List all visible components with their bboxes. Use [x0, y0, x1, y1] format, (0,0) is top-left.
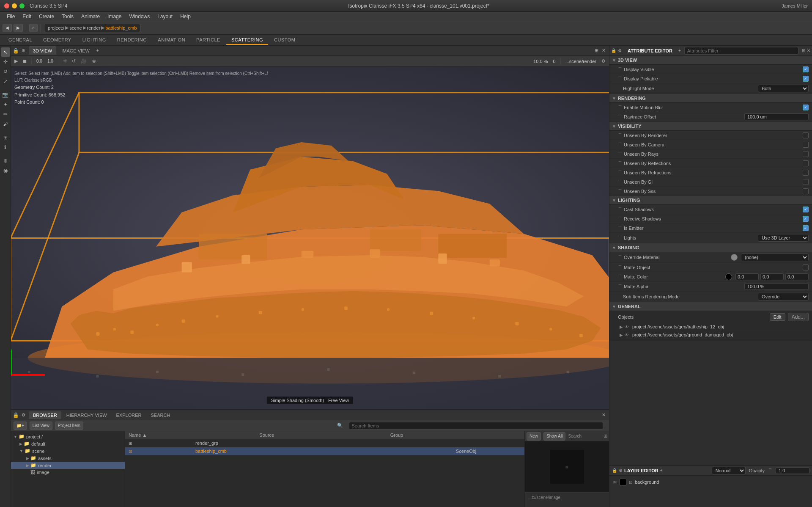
cb-unseen-gi[interactable]: [803, 179, 809, 185]
menu-help[interactable]: Help: [177, 13, 194, 20]
link-icon-ur[interactable]: ⌒: [618, 132, 622, 138]
vt-eye[interactable]: 👁: [90, 58, 98, 65]
input-matte-alpha[interactable]: [744, 283, 809, 290]
browser-list-view[interactable]: List View: [30, 422, 52, 430]
vt-btn-1[interactable]: ▶: [13, 58, 19, 65]
vt-frame[interactable]: 0: [551, 58, 557, 65]
attr-close-icon[interactable]: ✕: [807, 48, 810, 53]
section-lighting[interactable]: ▼ LIGHTING: [609, 196, 812, 205]
tool-scale[interactable]: ⤢: [1, 77, 10, 86]
vt-rotate[interactable]: ↺: [70, 58, 77, 65]
cb-is-emitter[interactable]: ✓: [803, 225, 809, 231]
settings-icon[interactable]: ⚙: [22, 48, 25, 53]
vt-scale[interactable]: 1.0: [46, 58, 55, 64]
tab-custom[interactable]: CUSTOM: [269, 36, 300, 45]
browser-showall-btn[interactable]: Show All: [543, 432, 565, 441]
link-icon-usss[interactable]: ⌒: [618, 188, 622, 194]
view-layout-icon[interactable]: ⊞: [595, 48, 598, 53]
tab-explorer[interactable]: EXPLORER: [112, 411, 146, 419]
tool-move[interactable]: ✛: [1, 57, 10, 66]
tab-animation[interactable]: ANIMATION: [153, 36, 190, 45]
toolbar-back[interactable]: ◀: [3, 24, 12, 32]
menu-create[interactable]: Create: [36, 13, 58, 20]
menu-layout[interactable]: Layout: [154, 13, 176, 20]
cb-unseen-renderer[interactable]: [803, 132, 809, 138]
view-close-icon[interactable]: ✕: [602, 48, 606, 53]
cb-unseen-camera[interactable]: [803, 142, 809, 148]
link-icon-ie[interactable]: ⌒: [618, 225, 622, 231]
menu-tools[interactable]: Tools: [58, 13, 77, 20]
browser-new-folder[interactable]: 📁+: [14, 422, 27, 430]
matte-g[interactable]: [760, 273, 784, 280]
tool-camera[interactable]: 📷: [1, 90, 10, 99]
color-swatch-mc[interactable]: [725, 273, 732, 280]
browser-filter-type[interactable]: Project Item: [55, 422, 83, 430]
link-icon-dv[interactable]: ⌒: [618, 66, 622, 72]
tool-info[interactable]: ℹ: [1, 143, 10, 152]
tab-hierarchy[interactable]: HIERARCHY VIEW: [62, 411, 111, 419]
attr-editor-tab[interactable]: ATTRIBUTE EDITOR: [623, 47, 677, 55]
link-icon-rs[interactable]: ⌒: [618, 216, 622, 222]
menu-edit[interactable]: Edit: [19, 13, 35, 20]
vt-settings[interactable]: ⚙: [600, 58, 607, 65]
tab-search[interactable]: SEARCH: [147, 411, 175, 419]
browser-new-btn[interactable]: New: [527, 432, 541, 441]
vt-scene-path[interactable]: ...scene/render: [564, 58, 598, 65]
browser-layout-icon[interactable]: ⊞: [604, 433, 607, 439]
tab-browser[interactable]: BROWSER: [29, 411, 61, 419]
matte-b[interactable]: [785, 273, 809, 280]
layer-color-swatch[interactable]: [620, 479, 626, 485]
cb-matte-object[interactable]: [803, 265, 809, 270]
input-raytrace-offset[interactable]: [744, 113, 809, 120]
tab-particle[interactable]: PARTICLE: [191, 36, 225, 45]
tree-default[interactable]: ▶ 📁 default: [11, 440, 125, 447]
tree-render[interactable]: ▶ 📁 render: [11, 462, 125, 469]
tool-snap[interactable]: ⊕: [1, 156, 10, 165]
layer-settings-icon[interactable]: ⚙: [619, 468, 623, 473]
layer-row-background[interactable]: 👁 ⊡ background: [613, 477, 809, 487]
tree-image[interactable]: ▶ 🖼 image: [11, 469, 125, 476]
cb-motion-blur[interactable]: ✓: [803, 105, 809, 110]
toolbar-forward[interactable]: ▶: [14, 24, 23, 32]
minimize-button[interactable]: [12, 3, 17, 8]
tool-light[interactable]: ✦: [1, 100, 10, 109]
browser-settings-icon[interactable]: ⚙: [22, 413, 25, 417]
tab-general[interactable]: GENERAL: [3, 36, 37, 45]
attr-layout-icon[interactable]: ⊞: [802, 48, 805, 53]
layer-visible-icon[interactable]: 👁: [613, 480, 617, 485]
tool-grid[interactable]: ⊞: [1, 133, 10, 142]
section-shading[interactable]: ▼ SHADING: [609, 243, 812, 252]
cb-unseen-sss[interactable]: [803, 188, 809, 194]
attr-search-input[interactable]: [684, 47, 798, 55]
select-highlight-mode[interactable]: Both Bounding Box Shading: [758, 85, 809, 92]
section-3d-view[interactable]: ▼ 3D VIEW: [609, 56, 812, 65]
link-icon-om[interactable]: ⌒: [618, 254, 622, 260]
vt-zoom[interactable]: 10.0 %: [532, 58, 549, 65]
color-swatch-om[interactable]: [731, 254, 738, 261]
cb-unseen-reflections[interactable]: [803, 160, 809, 166]
opacity-input[interactable]: [776, 467, 809, 474]
menu-animate[interactable]: Animate: [78, 13, 103, 20]
file-row-battleship[interactable]: ⊡ battleship_cmb SceneObj: [125, 447, 524, 455]
link-icon-mo[interactable]: ⌒: [618, 265, 622, 270]
path-bar[interactable]: project:/ ▶ scene ▶ render ▶ battleship_…: [44, 24, 140, 32]
object-row-2[interactable]: ▶ 👁 project://scene/assets/geo/ground_da…: [618, 331, 809, 339]
add-view-icon[interactable]: +: [96, 48, 99, 53]
link-icon-ro[interactable]: ⌒: [618, 114, 622, 120]
toolbar-home[interactable]: ⌂: [29, 24, 38, 32]
link-icon-dp[interactable]: ⌒: [618, 76, 622, 82]
matte-r[interactable]: [735, 273, 759, 280]
close-button[interactable]: [4, 3, 9, 8]
layer-add-icon[interactable]: +: [660, 468, 663, 473]
vt-move[interactable]: ✛: [61, 58, 69, 65]
attr-settings-icon[interactable]: ⚙: [618, 48, 622, 53]
menu-image[interactable]: Image: [104, 13, 125, 20]
vt-position[interactable]: 0.0: [35, 58, 44, 64]
select-lights[interactable]: Use 3D Layer: [758, 234, 809, 242]
tree-scene[interactable]: ▼ 📁 scene: [11, 447, 125, 455]
tab-lighting[interactable]: LIGHTING: [77, 36, 111, 45]
link-icon-uray[interactable]: ⌒: [618, 151, 622, 157]
tool-brush[interactable]: ✏: [1, 110, 10, 119]
tool-paint[interactable]: 🖌: [1, 119, 10, 129]
cb-receive-shadows[interactable]: ✓: [803, 216, 809, 222]
